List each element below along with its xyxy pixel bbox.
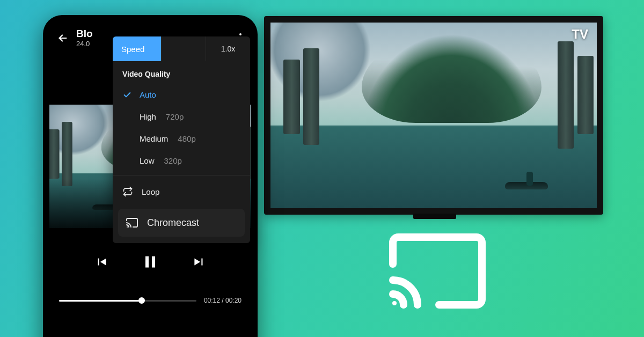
quality-option-low[interactable]: Low320p xyxy=(113,150,250,172)
seek-thumb[interactable] xyxy=(138,297,145,304)
quality-option-res: 720p xyxy=(166,112,184,121)
quality-header: Video Quality xyxy=(113,61,250,84)
speed-label[interactable]: Speed xyxy=(113,36,161,61)
cast-icon-large xyxy=(386,231,488,311)
tv-stand xyxy=(413,214,456,219)
speed-option-blank-1[interactable] xyxy=(161,36,206,61)
next-button[interactable] xyxy=(192,255,206,271)
loop-toggle[interactable]: Loop xyxy=(113,179,250,204)
seek-bar[interactable] xyxy=(59,300,196,302)
quality-option-label: Medium xyxy=(140,134,168,143)
quality-option-list: AutoHigh720pMedium480pLow320p xyxy=(113,84,250,172)
time-display: 00:12 / 00:20 xyxy=(204,297,241,304)
seek-row: 00:12 / 00:20 xyxy=(49,297,251,304)
quality-option-high[interactable]: High720p xyxy=(113,106,250,128)
check-icon xyxy=(122,91,132,99)
tv-frame: TV xyxy=(264,16,603,215)
promo-stage: TV Blo 24.0 xyxy=(0,0,644,337)
loop-label: Loop xyxy=(142,187,159,196)
speed-options: 1.0x xyxy=(161,36,250,61)
quality-option-medium[interactable]: Medium480p xyxy=(113,128,250,150)
time-current: 00:12 xyxy=(204,297,220,304)
player-settings-popover: Speed 1.0x Video Quality AutoHigh720pMed… xyxy=(113,36,250,243)
quality-option-label: Low xyxy=(140,156,155,165)
seek-fill xyxy=(59,300,142,302)
svg-point-0 xyxy=(392,301,397,305)
svg-point-1 xyxy=(127,226,128,228)
play-pause-button[interactable] xyxy=(141,252,160,274)
chromecast-button[interactable]: Chromecast xyxy=(118,209,245,237)
transport-controls xyxy=(49,250,251,276)
loop-icon xyxy=(122,186,133,197)
cast-icon xyxy=(126,216,138,229)
divider xyxy=(113,175,250,175)
quality-option-label: High xyxy=(140,112,156,121)
tv-scene xyxy=(270,23,597,208)
prev-button[interactable] xyxy=(94,255,108,271)
speed-row: Speed 1.0x xyxy=(113,36,250,61)
quality-option-auto[interactable]: Auto xyxy=(113,84,250,106)
time-total: 00:20 xyxy=(225,297,241,304)
quality-option-res: 320p xyxy=(164,156,182,165)
speed-option-current[interactable]: 1.0x xyxy=(206,36,250,61)
tv-label: TV xyxy=(572,27,588,42)
back-button[interactable] xyxy=(57,32,69,44)
quality-option-res: 480p xyxy=(178,134,195,143)
chromecast-label: Chromecast xyxy=(147,217,199,229)
tv-screen: TV xyxy=(270,23,597,208)
quality-option-label: Auto xyxy=(140,90,156,99)
